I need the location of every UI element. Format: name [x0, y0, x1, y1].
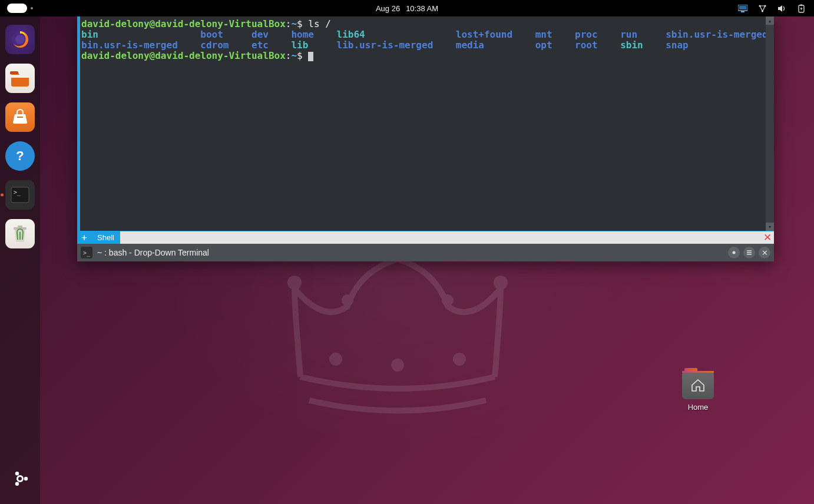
terminal-tab-shell[interactable]: Shell [91, 231, 120, 244]
date-text: Aug 26 [376, 4, 400, 13]
svg-point-9 [15, 35, 25, 44]
close-icon: ✕ [763, 231, 772, 244]
home-folder-icon [682, 371, 714, 399]
scrollbar-up-icon[interactable]: ▴ [766, 16, 774, 25]
svg-rect-11 [17, 117, 23, 118]
svg-point-23 [453, 353, 466, 366]
dock-item-help[interactable]: ? [5, 141, 35, 171]
firefox-icon [9, 28, 31, 51]
dock-item-software[interactable] [5, 102, 35, 132]
terminal-title-bar[interactable]: >_ ~ : bash - Drop-Down Terminal ✕ [77, 244, 774, 261]
terminal-output[interactable]: david-delony@david-delony-VirtualBox:~$ … [80, 16, 766, 231]
clock[interactable]: Aug 26 10:38 AM [376, 4, 438, 13]
svg-point-27 [342, 294, 353, 306]
dropdown-terminal-window: david-delony@david-delony-VirtualBox:~$ … [77, 16, 774, 261]
close-x-icon: ✕ [762, 248, 768, 257]
dock: ? >_ [0, 16, 40, 504]
minimize-button[interactable] [728, 247, 740, 258]
plus-icon: + [81, 232, 87, 244]
files-icon [10, 69, 30, 87]
terminal-scrollbar[interactable]: ▴ ▾ [766, 16, 774, 231]
trash-icon [12, 224, 28, 243]
top-bar: Aug 26 10:38 AM [0, 0, 814, 16]
tab-label: Shell [97, 233, 114, 242]
svg-text:>_: >_ [14, 189, 21, 196]
svg-rect-7 [800, 4, 802, 5]
svg-point-25 [494, 276, 508, 290]
svg-rect-2 [741, 11, 744, 12]
activities-pill-icon [7, 4, 27, 13]
dock-item-terminal[interactable]: >_ [5, 180, 35, 210]
svg-point-29 [733, 251, 736, 254]
dock-item-files[interactable] [5, 64, 35, 93]
svg-rect-10 [11, 75, 29, 78]
dock-item-firefox[interactable] [5, 25, 35, 54]
workspace-dot-icon [31, 7, 33, 9]
svg-point-20 [15, 482, 19, 486]
svg-text:?: ? [16, 148, 24, 163]
new-tab-button[interactable]: + [77, 231, 91, 244]
svg-point-22 [391, 359, 404, 372]
svg-point-19 [15, 472, 19, 475]
dock-item-trash[interactable] [5, 219, 35, 248]
close-window-button[interactable]: ✕ [759, 247, 770, 258]
screen-icon[interactable] [738, 5, 747, 12]
dock-show-apps[interactable] [5, 464, 35, 493]
terminal-tab-strip: + Shell ✕ [77, 231, 774, 244]
svg-point-24 [287, 276, 302, 290]
activities-area[interactable] [0, 4, 33, 13]
terminal-icon: >_ [11, 187, 29, 203]
close-tab-button[interactable]: ✕ [761, 231, 774, 244]
svg-point-28 [442, 294, 454, 306]
help-icon: ? [12, 148, 28, 164]
desktop-icon-home[interactable]: Home [677, 371, 719, 412]
system-tray[interactable] [738, 4, 814, 13]
ubuntu-logo-icon [10, 469, 30, 489]
volume-icon[interactable] [777, 5, 786, 12]
circle-dot-icon [731, 250, 737, 256]
window-controls: ✕ [728, 247, 770, 258]
window-title: ~ : bash - Drop-Down Terminal [97, 248, 209, 257]
svg-point-21 [329, 353, 342, 366]
network-icon[interactable] [758, 4, 767, 13]
wallpaper-crown-icon [253, 236, 542, 436]
time-text: 10:38 AM [406, 4, 438, 13]
terminal-viewport: david-delony@david-delony-VirtualBox:~$ … [77, 16, 774, 231]
battery-icon[interactable] [797, 4, 806, 13]
svg-rect-1 [739, 6, 746, 9]
scrollbar-down-icon[interactable]: ▾ [766, 223, 774, 231]
desktop-icon-label: Home [688, 403, 709, 412]
menu-lines-icon [746, 250, 752, 256]
maximize-button[interactable] [743, 247, 755, 258]
terminal-icon: >_ [81, 247, 92, 258]
svg-rect-16 [18, 226, 22, 228]
software-icon [11, 108, 29, 126]
